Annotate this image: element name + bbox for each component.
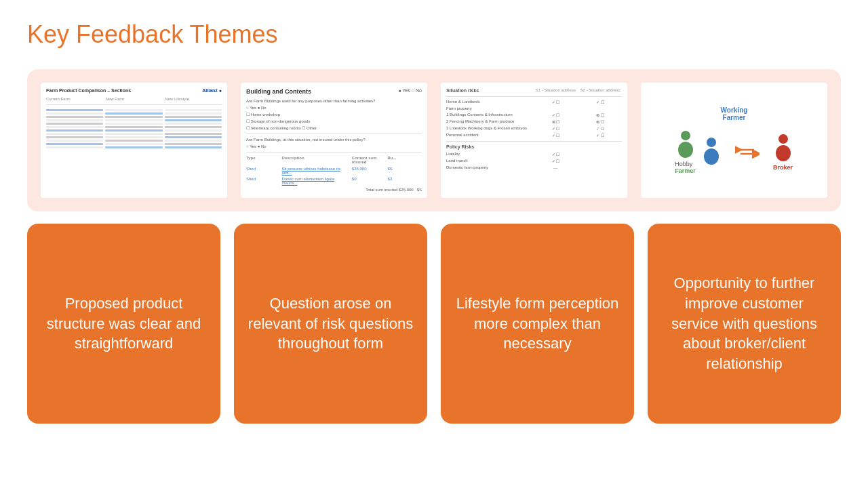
svg-point-2 (707, 138, 716, 147)
svg-point-0 (681, 131, 690, 140)
theme-card-2-text: Question arose on relevant of risk quest… (248, 293, 414, 354)
theme-card-4-text: Opportunity to further improve customer … (661, 273, 827, 373)
hobby-farmer-icon (674, 129, 697, 158)
page-container: Key Feedback Themes Farm Product Compari… (0, 0, 868, 488)
broker-arrow-icon (735, 145, 760, 159)
working-farmer-icon (700, 136, 723, 165)
svg-point-6 (778, 134, 788, 144)
theme-card-4: Opportunity to further improve customer … (648, 224, 841, 424)
image-card-3: Situation risks S1 - Situation address S… (441, 83, 627, 198)
theme-card-1: Proposed product structure was clear and… (27, 224, 220, 424)
broker-icon (772, 133, 795, 161)
theme-card-3: Lifestyle form perception more complex t… (441, 224, 634, 424)
image-card-2: Building and Contents ● Yes ○ No Are Far… (241, 83, 427, 198)
theme-card-1-text: Proposed product structure was clear and… (41, 293, 207, 354)
svg-point-1 (678, 142, 693, 158)
cards-row: Proposed product structure was clear and… (27, 224, 841, 424)
theme-card-3-text: Lifestyle form perception more complex t… (454, 293, 620, 354)
image-strip: Farm Product Comparison – Sections Allia… (27, 69, 841, 211)
svg-point-3 (704, 148, 719, 165)
content-area: Farm Product Comparison – Sections Allia… (27, 69, 841, 424)
image-card-4: WorkingFarmer HobbyFarmer (641, 83, 827, 198)
svg-point-7 (776, 145, 791, 161)
image-card-1: Farm Product Comparison – Sections Allia… (41, 83, 227, 198)
page-title: Key Feedback Themes (27, 20, 841, 49)
theme-card-2: Question arose on relevant of risk quest… (234, 224, 427, 424)
